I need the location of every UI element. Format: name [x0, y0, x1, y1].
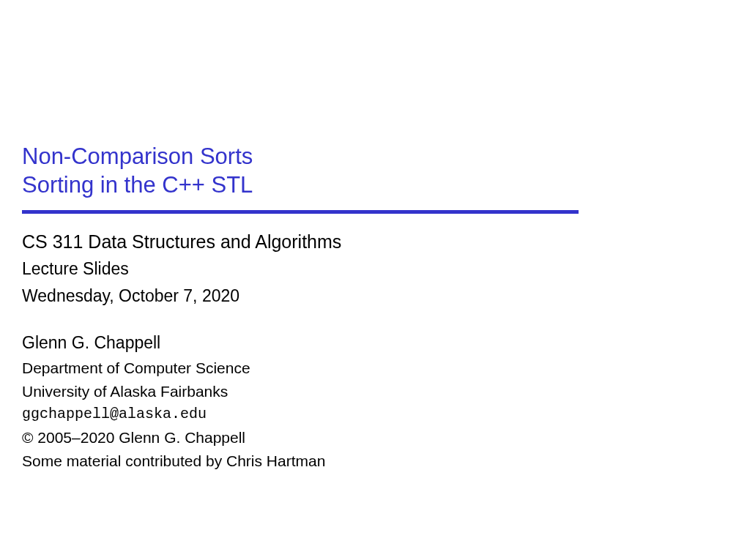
title-line-2: Sorting in the C++ STL	[22, 171, 725, 200]
title-divider	[22, 210, 579, 214]
university: University of Alaska Fairbanks	[22, 380, 725, 403]
title-line-1: Non-Comparison Sorts	[22, 143, 725, 171]
author-name: Glenn G. Chappell	[22, 330, 725, 356]
contributor: Some material contributed by Chris Hartm…	[22, 449, 725, 473]
slide-content: Non-Comparison Sorts Sorting in the C++ …	[0, 0, 747, 472]
subtitle: Lecture Slides	[22, 255, 725, 283]
slide-title: Non-Comparison Sorts Sorting in the C++ …	[22, 143, 725, 200]
copyright: © 2005–2020 Glenn G. Chappell	[22, 426, 725, 449]
course-name: CS 311 Data Structures and Algorithms	[22, 228, 725, 256]
date: Wednesday, October 7, 2020	[22, 283, 725, 310]
email: ggchappell@alaska.edu	[22, 403, 725, 426]
department: Department of Computer Science	[22, 356, 725, 380]
